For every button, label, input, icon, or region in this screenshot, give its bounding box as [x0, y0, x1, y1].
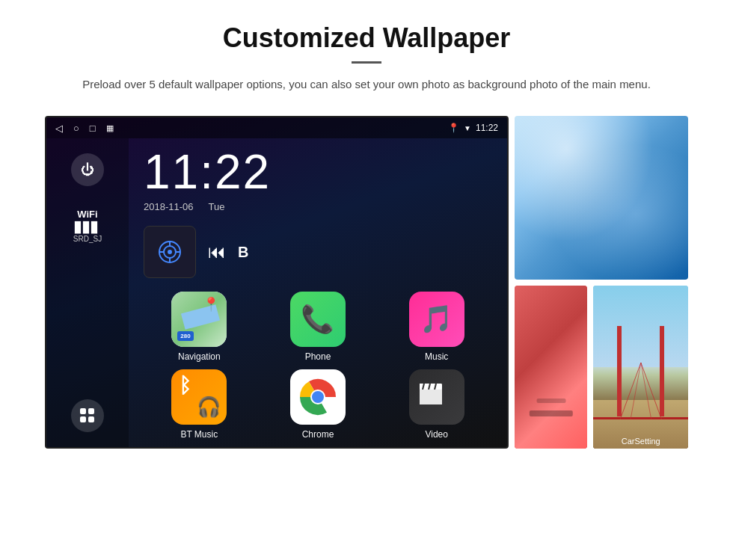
recent-nav-icon[interactable]: □: [90, 123, 96, 134]
wallpaper-thumbnails: CarSetting: [509, 116, 688, 449]
wallpaper-thumb-ice[interactable]: [515, 116, 688, 280]
clock-date: 2018-11-06: [144, 201, 194, 212]
app-item-chrome[interactable]: Chrome: [263, 369, 374, 440]
clock-date-row: 2018-11-06 Tue: [144, 201, 224, 212]
svg-rect-17: [420, 390, 442, 404]
center-content: 11:22 2018-11-06 Tue: [129, 138, 507, 447]
chrome-app-icon: [290, 369, 346, 425]
btmusic-label: BT Music: [180, 429, 218, 440]
page-subtitle: Preload over 5 default wallpaper options…: [82, 76, 651, 93]
video-label: Video: [425, 429, 447, 440]
wifi-network: SRD_SJ: [73, 235, 102, 243]
app-item-video[interactable]: Video: [381, 369, 492, 440]
back-nav-icon[interactable]: ◁: [55, 123, 63, 134]
screen-wrapper: ◁ ○ □ ▦ 📍 ▼ 11:22 ⏻ WiFi ▊▊▊ SRD_: [45, 116, 688, 449]
page-title: Customized Wallpaper: [223, 22, 511, 54]
apps-icon: [80, 408, 95, 423]
screen-nav-icon: ▦: [106, 123, 114, 133]
svg-point-2: [168, 250, 172, 254]
location-icon: 📍: [448, 123, 459, 133]
wallpaper-thumb-pink[interactable]: [515, 286, 587, 449]
wallpaper-thumb-bridge[interactable]: CarSetting: [593, 286, 688, 449]
app-item-phone[interactable]: 📞 Phone: [263, 292, 374, 362]
svg-line-21: [641, 363, 651, 420]
chrome-label: Chrome: [302, 429, 334, 440]
video-app-icon: [409, 369, 464, 425]
apps-button[interactable]: [71, 399, 104, 432]
main-area: ⏻ WiFi ▊▊▊ SRD_SJ: [46, 138, 507, 447]
status-bar-left: ◁ ○ □ ▦: [55, 123, 114, 134]
prev-track-button[interactable]: ⏮: [208, 241, 226, 262]
app-grid: 280 📍 Navigation 📞 Phone: [129, 284, 507, 447]
clock-area: 11:22 2018-11-06 Tue: [129, 138, 507, 220]
wifi-signal: ▊▊▊: [75, 221, 99, 233]
phone-app-icon: 📞: [290, 292, 346, 347]
nav-pin: 📍: [203, 296, 219, 313]
app-item-navigation[interactable]: 280 📍 Navigation: [144, 292, 255, 362]
left-sidebar: ⏻ WiFi ▊▊▊ SRD_SJ: [46, 138, 129, 447]
nav-shield: 280: [177, 331, 193, 341]
signal-icon: ▼: [464, 124, 471, 132]
android-screen: ◁ ○ □ ▦ 📍 ▼ 11:22 ⏻ WiFi ▊▊▊ SRD_: [45, 116, 509, 449]
music-label: Music: [425, 351, 448, 362]
wallpaper-thumb-bottom-row: CarSetting: [515, 286, 688, 449]
power-icon: ⏻: [81, 162, 94, 178]
svg-point-9: [312, 391, 324, 403]
svg-line-20: [631, 363, 641, 420]
status-time: 11:22: [476, 123, 498, 133]
svg-line-18: [620, 363, 641, 420]
status-bar: ◁ ○ □ ▦ 📍 ▼ 11:22: [46, 117, 507, 138]
title-divider: [352, 61, 381, 64]
status-bar-right: 📍 ▼ 11:22: [448, 123, 498, 133]
bluetooth-label: B: [238, 244, 248, 261]
music-app-icon: 🎵: [409, 292, 464, 347]
media-row: ⏮ B: [129, 220, 507, 284]
navigation-label: Navigation: [178, 351, 221, 362]
phone-label: Phone: [305, 351, 331, 362]
carsetting-label: CarSetting: [593, 437, 688, 446]
wifi-label: WiFi: [77, 209, 97, 220]
clock-day: Tue: [209, 201, 225, 212]
navigation-app-icon: 280 📍: [171, 292, 227, 347]
btmusic-app-icon: 🎧 ᛒ: [171, 369, 227, 425]
signal-media-icon: [144, 226, 196, 278]
app-item-music[interactable]: 🎵 Music: [381, 292, 492, 362]
clock-time: 11:22: [144, 146, 271, 198]
home-nav-icon[interactable]: ○: [73, 123, 79, 134]
power-button[interactable]: ⏻: [71, 153, 104, 186]
wifi-info: WiFi ▊▊▊ SRD_SJ: [73, 209, 102, 243]
svg-line-19: [641, 363, 662, 420]
app-item-btmusic[interactable]: 🎧 ᛒ BT Music: [144, 369, 255, 440]
